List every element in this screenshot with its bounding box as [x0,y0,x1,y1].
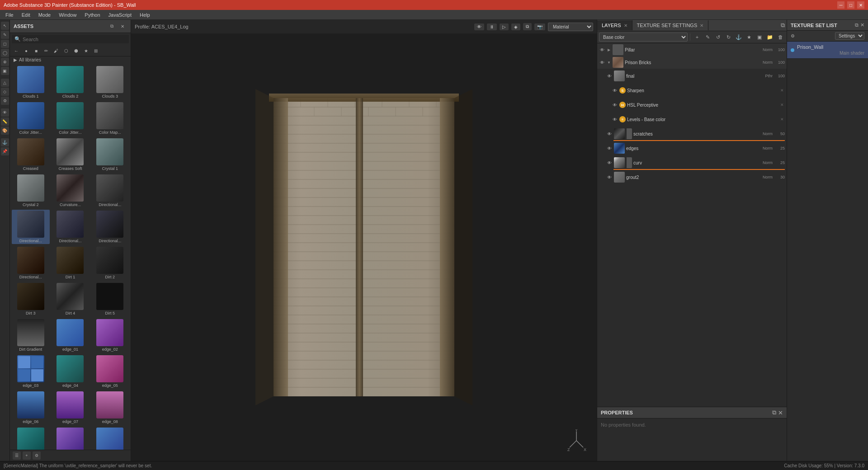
list-item[interactable]: Creases Soft [52,137,90,172]
list-item[interactable]: Clouds 1 [12,65,50,99]
tool-smudge[interactable]: ◯ [1,49,9,57]
assets-grid-btn[interactable]: ⊞ [91,46,100,55]
blend-mode-dropdown[interactable]: Base color Normal Multiply [599,33,688,42]
layer-visibility-btn[interactable]: 👁 [606,174,613,180]
list-item[interactable]: Dirt Gradient [12,318,50,352]
tool-select[interactable]: ↖ [1,22,9,30]
list-item[interactable]: Clouds 2 [52,65,90,99]
list-item[interactable]: edge_10 [52,427,90,450]
list-item[interactable]: edge_01 [52,318,90,352]
list-item[interactable]: Dirt 1 [52,246,90,280]
layer-row[interactable]: 👁 edges Norm 25 [597,141,787,155]
assets-pencil-btn[interactable]: ✏ [42,46,51,55]
layer-anchor-btn[interactable]: ⚓ [734,33,743,42]
list-item[interactable]: Directional... [91,174,129,208]
texset-undock-btn[interactable]: ⧉ [855,22,859,28]
viewport-split-btn[interactable]: ⧉ [523,23,532,30]
layers-undock-btn[interactable]: ⧉ [779,20,787,31]
list-item[interactable]: Dirt 5 [91,282,129,316]
minimize-button[interactable]: ─ [837,1,844,9]
assets-filter-btn[interactable]: ⬡ [61,46,71,55]
layer-visibility-btn[interactable]: 👁 [606,160,613,166]
layer-rotate-left-btn[interactable]: ↺ [713,33,722,42]
menu-javascript[interactable]: JavaScript [105,11,135,19]
layers-tab-close[interactable]: ✕ [624,23,627,28]
viewport-camera-btn[interactable]: 📷 [534,24,545,30]
layer-visibility-btn[interactable]: 👁 [612,87,618,94]
layer-row[interactable]: 👁 ▶ Pillar Norm 100 [597,43,787,56]
menu-file[interactable]: File [2,11,17,19]
layer-visibility-btn[interactable]: 👁 [599,59,605,66]
assets-square-btn[interactable]: ■ [32,46,41,55]
layer-trash-btn[interactable]: 🗑 [776,33,785,42]
layer-visibility-btn[interactable]: 👁 [606,73,613,79]
list-item[interactable]: Directional... [91,210,129,244]
tool-geometry[interactable]: △ [1,79,9,87]
assets-brush-btn[interactable]: 🖌 [52,46,61,55]
list-item[interactable]: edge_08 [91,390,129,425]
tab-layers[interactable]: LAYERS ✕ [597,20,632,30]
layer-visibility-btn[interactable]: 👁 [612,116,618,122]
viewport-pause-btn[interactable]: ⏸ [487,24,497,30]
layer-row[interactable]: 👁 final Pthr 100 [597,69,787,83]
layer-row[interactable]: 👁 curv Norm 25 [597,155,787,170]
layer-visibility-btn[interactable]: 👁 [612,102,618,108]
menu-mode[interactable]: Mode [35,11,55,19]
menu-python[interactable]: Python [81,11,104,19]
list-item[interactable]: Crystal 2 [12,174,50,208]
layer-visibility-btn[interactable]: 👁 [599,47,605,53]
viewport-2d-btn[interactable]: ▷ [500,24,509,30]
menu-edit[interactable]: Edit [18,11,34,19]
layer-rotate-right-btn[interactable]: ↻ [724,33,733,42]
tool-anchor[interactable]: ⚓ [1,138,9,146]
layer-row[interactable]: 👁 grout2 Norm 30 [597,170,787,184]
viewport[interactable]: Profile: ACES_UE4_Log 👁 ⏸ ▷ ◈ ⧉ 📷 Materi… [131,20,597,461]
menu-help[interactable]: Help [136,11,154,19]
assets-settings-btn[interactable]: ⚙ [33,451,41,460]
effect-remove-btn[interactable]: ✕ [779,88,785,93]
layer-row[interactable]: 👁 S Sharpen ✕ [597,83,787,98]
tool-paint[interactable]: ✎ [1,31,9,39]
maximize-button[interactable]: □ [847,1,854,9]
layer-row[interactable]: 👁 H HSL Perceptive ✕ [597,98,787,112]
texset-settings-dropdown[interactable]: Settings [835,32,864,40]
list-item[interactable]: Directional... [12,210,50,244]
texset-settings-tab-close[interactable]: ✕ [700,23,703,28]
list-item[interactable]: Directional... [52,210,90,244]
properties-undock-btn[interactable]: ⧉ [772,409,776,416]
layer-row[interactable]: 👁 ≡ Levels - Base color ✕ [597,112,787,127]
menu-window[interactable]: Window [55,11,80,19]
assets-fx-btn[interactable]: ★ [81,46,90,55]
list-item[interactable]: edge_04 [52,354,90,389]
viewport-eye-btn[interactable]: 👁 [474,24,484,30]
tool-bake[interactable]: ⚙ [1,97,9,105]
tool-measure[interactable]: 📏 [1,118,9,126]
texset-item[interactable]: Prison_Wall Main shader [787,42,868,59]
list-item[interactable]: edge_06 [12,390,50,425]
tool-eye[interactable]: 👁 [1,108,9,117]
assets-add-btn[interactable]: + [23,451,31,460]
list-item[interactable]: edge_02 [91,318,129,352]
layer-add-fill-btn[interactable]: + [693,33,702,42]
list-item[interactable]: Directional... [12,246,50,280]
tool-fill[interactable]: ▣ [1,67,9,75]
layer-add-paint-btn[interactable]: ✎ [703,33,712,42]
assets-circle-btn[interactable]: ● [22,46,31,55]
properties-close-btn[interactable]: ✕ [778,409,783,416]
layer-group-btn[interactable]: 📁 [765,33,774,42]
layer-mask-btn[interactable]: ▣ [755,33,764,42]
list-item[interactable]: Clouds 3 [91,65,129,99]
viewport-3d-btn[interactable]: ◈ [511,24,520,30]
effect-remove-btn[interactable]: ✕ [779,102,785,108]
list-item[interactable]: Dirt 4 [52,282,90,316]
tool-clone[interactable]: ⊕ [1,58,9,66]
list-item[interactable]: Color Map... [91,101,129,136]
tool-reference[interactable]: 📌 [1,147,9,155]
close-button[interactable]: ✕ [857,1,864,9]
tab-texture-set-settings[interactable]: TEXTURE SET SETTINGS ✕ [632,20,709,30]
list-item[interactable]: Dirt 3 [12,282,50,316]
layer-row[interactable]: 👁 scratches Norm 50 [597,127,787,141]
list-item[interactable]: Color Jitter... [52,101,90,136]
assets-back-btn[interactable]: ← [12,46,21,55]
list-item[interactable]: edge_07 [52,390,90,425]
